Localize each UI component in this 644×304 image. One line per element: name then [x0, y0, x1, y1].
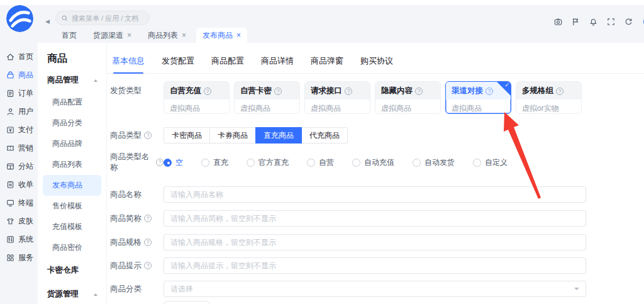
field-label-delivery-type: 发货类型 [110, 81, 164, 96]
product-type-group: 卡密商品 卡券商品 直充商品 代充商品 [164, 127, 348, 144]
refresh-icon[interactable] [624, 17, 633, 26]
sidebar-item-skin[interactable]: 皮肤 [0, 212, 38, 230]
product-type-name-radios: 空 直充 官方直充 自营 自动充值 自动发货 自定义 [164, 157, 508, 168]
card-request-api[interactable]: 请求接口 虚拟商品 [304, 81, 370, 114]
card-subtitle: 虚拟or实物 [516, 99, 581, 114]
section-supply-management[interactable]: 货源管理 [38, 282, 106, 304]
fullscreen-icon[interactable] [606, 17, 616, 26]
field-label-product-short-name: 商品简称 [110, 213, 164, 224]
help-icon[interactable] [156, 159, 164, 166]
segbtn-coupon[interactable]: 卡券商品 [209, 127, 256, 144]
search-input[interactable] [72, 14, 141, 22]
sidebar-collapse-icon[interactable]: ◀ [45, 18, 50, 25]
chevron-up-icon [94, 79, 97, 82]
sidebar-item-marketing[interactable]: 营销 [0, 139, 38, 157]
sidebar-item-home[interactable]: 首页 [0, 48, 38, 66]
menu-item-product-list[interactable]: 商品列表 [38, 154, 106, 175]
radio-empty[interactable]: 空 [164, 157, 183, 168]
topbar-actions: 网 [553, 15, 644, 28]
radio-official-direct[interactable]: 官方直充 [247, 157, 289, 168]
tab-basic-info[interactable]: 基本信息 [112, 55, 145, 67]
product-tip-input[interactable] [164, 257, 586, 274]
sidebar-item-terminal[interactable]: 终端 [0, 194, 38, 212]
sidebar-item-order[interactable]: 订单 [0, 84, 38, 103]
close-icon[interactable] [127, 31, 131, 39]
help-icon[interactable] [144, 215, 152, 222]
help-icon[interactable] [415, 87, 423, 95]
help-icon[interactable] [144, 239, 152, 246]
tab-product-popup[interactable]: 商品弹窗 [311, 55, 343, 67]
camera-icon[interactable] [553, 17, 563, 26]
section-header-label: 卡密仓库 [47, 265, 79, 276]
product-spec-input[interactable] [164, 234, 586, 251]
menu-item-publish-product[interactable]: 发布商品 [43, 175, 101, 196]
sidebar-item-system[interactable]: 系统 [0, 230, 38, 249]
segbtn-direct-recharge[interactable]: 直充商品 [255, 127, 302, 144]
segbtn-proxy-recharge[interactable]: 代充商品 [301, 127, 348, 144]
radio-direct[interactable]: 直充 [201, 157, 228, 168]
cover-upload-box[interactable] [164, 301, 210, 304]
help-icon[interactable] [144, 262, 152, 269]
card-hidden-content[interactable]: 隐藏内容 虚拟商品 [375, 81, 441, 114]
card-self-recharge[interactable]: 自营充值 虚拟商品 [164, 81, 230, 114]
sidebar-item-user[interactable]: 用户 [0, 103, 38, 121]
menu-item-product-config[interactable]: 商品配置 [38, 92, 106, 113]
menu-item-price-template[interactable]: 售价模板 [38, 196, 106, 217]
close-icon[interactable] [182, 31, 186, 39]
tab-product-detail[interactable]: 商品详情 [261, 55, 294, 67]
close-icon[interactable] [236, 31, 241, 39]
product-short-name-input[interactable] [164, 210, 586, 227]
radio-icon [352, 159, 360, 167]
radio-icon [473, 159, 481, 167]
radio-icon [164, 159, 172, 167]
page-tab-supply-channel[interactable]: 货源渠道 [87, 28, 138, 43]
announcement-icon[interactable] [571, 17, 580, 26]
bell-icon[interactable] [589, 17, 598, 26]
help-icon[interactable] [204, 87, 211, 95]
search-icon [61, 14, 69, 22]
radio-auto-delivery[interactable]: 自动发货 [413, 157, 455, 168]
menu-item-product-brand[interactable]: 商品品牌 [38, 133, 106, 154]
section-card-warehouse[interactable]: 卡密仓库 [38, 258, 106, 282]
tab-delivery-config[interactable]: 发货配置 [162, 55, 194, 67]
card-channel-dock[interactable]: 渠道对接 虚拟商品 [445, 81, 511, 114]
radio-auto-recharge[interactable]: 自动充值 [352, 157, 394, 168]
radio-custom[interactable]: 自定义 [473, 157, 508, 168]
app-window: ◀ 首页 货源渠道 商品列表 发布商品 [0, 0, 644, 304]
card-multi-spec[interactable]: 多规格组 虚拟or实物 [516, 81, 582, 114]
page-tab-product-list[interactable]: 商品列表 [142, 28, 192, 43]
page-tab-home[interactable]: 首页 [55, 28, 83, 43]
card-self-cardkey[interactable]: 自营卡密 虚拟商品 [234, 81, 300, 114]
tab-purchase-agreement[interactable]: 购买协议 [360, 55, 393, 67]
segbtn-cardkey[interactable]: 卡密商品 [164, 127, 210, 144]
radio-self-operated[interactable]: 自营 [307, 157, 334, 168]
card-subtitle: 虚拟商品 [305, 99, 370, 114]
page-tabstrip: 首页 货源渠道 商品列表 发布商品 [55, 28, 247, 43]
menu-item-secret-price[interactable]: 商品密价 [38, 237, 106, 258]
sidebar-item-receipt[interactable]: 收单 [0, 176, 38, 194]
section-product-management[interactable]: 商品管理 [38, 68, 106, 92]
sidebar-item-pay[interactable]: 支付 [0, 121, 38, 139]
help-icon[interactable] [486, 87, 493, 95]
sidebar-item-service[interactable]: 服务 [0, 249, 38, 267]
product-name-input[interactable] [164, 186, 586, 203]
sidebar-item-substation[interactable]: 分站 [0, 157, 38, 176]
secondary-sidebar: 商品 商品管理 商品配置 商品分类 商品品牌 商品列表 发布商品 售价模板 充值… [38, 43, 107, 304]
product-category-select[interactable]: 请选择 [164, 281, 586, 297]
card-title: 渠道对接 [452, 86, 483, 96]
card-title: 请求接口 [311, 86, 342, 96]
tab-product-config[interactable]: 商品配置 [211, 55, 244, 67]
help-icon[interactable] [345, 87, 352, 95]
sidebar-item-product[interactable]: 商品 [0, 66, 38, 84]
chevron-down-icon [574, 288, 579, 290]
help-icon[interactable] [556, 87, 564, 95]
menu-item-recharge-template[interactable]: 充值模板 [38, 217, 106, 237]
terminal-icon [6, 198, 15, 208]
secondary-sidebar-title: 商品 [47, 52, 106, 65]
help-icon[interactable] [144, 132, 152, 139]
user-icon [6, 107, 15, 116]
menu-item-product-category[interactable]: 商品分类 [38, 113, 106, 133]
help-icon[interactable] [274, 87, 282, 95]
page-tab-publish-product[interactable]: 发布商品 [196, 28, 247, 43]
card-subtitle: 虚拟商品 [164, 99, 229, 114]
